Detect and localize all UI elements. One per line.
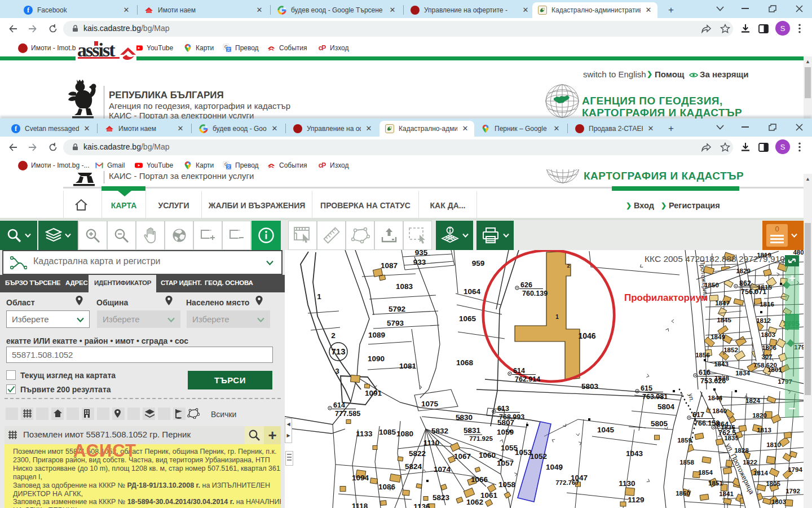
svg-text:1829: 1829 [736, 268, 751, 274]
svg-text:ККС 2005 4720182.888 297279,9: ККС 2005 4720182.888 297279,910 [645, 254, 785, 264]
svg-text:307: 307 [761, 353, 772, 360]
svg-text:1: 1 [555, 314, 559, 320]
svg-text:ул.: ул. [687, 393, 695, 402]
svg-text:1083: 1083 [396, 282, 413, 291]
svg-text:1810: 1810 [766, 441, 781, 448]
svg-text:615: 615 [641, 384, 652, 392]
svg-text:5832: 5832 [431, 427, 448, 435]
svg-text:1091: 1091 [365, 389, 382, 397]
svg-text:713: 713 [331, 347, 345, 356]
svg-text:762.5: 762.5 [718, 429, 736, 437]
svg-text:617: 617 [692, 411, 704, 419]
svg-text:614: 614 [333, 401, 345, 409]
svg-text:1841: 1841 [719, 491, 734, 497]
svg-text:1129: 1129 [628, 496, 644, 504]
svg-text:1851: 1851 [708, 480, 723, 487]
svg-text:933: 933 [413, 258, 426, 266]
svg-text:1805: 1805 [766, 480, 780, 487]
svg-text:5822: 5822 [409, 449, 426, 458]
svg-text:862: 862 [739, 279, 751, 287]
svg-text:1089: 1089 [368, 331, 385, 339]
svg-text:1060: 1060 [479, 451, 496, 459]
svg-text:753.626: 753.626 [700, 377, 726, 385]
svg-text:768.993: 768.993 [499, 413, 524, 421]
svg-text:1859: 1859 [677, 437, 692, 444]
svg-text:5823: 5823 [433, 493, 450, 502]
svg-text:1852: 1852 [723, 347, 738, 353]
svg-text:864: 864 [717, 421, 729, 428]
svg-text:3: 3 [335, 367, 339, 375]
svg-text:1792: 1792 [785, 488, 800, 494]
svg-text:1834: 1834 [735, 370, 750, 376]
svg-text:1844: 1844 [708, 395, 722, 401]
svg-text:614: 614 [513, 367, 525, 375]
svg-text:935: 935 [415, 250, 428, 257]
svg-text:1080: 1080 [396, 430, 413, 438]
svg-text:1816: 1816 [760, 301, 774, 308]
svg-text:1094: 1094 [352, 474, 369, 482]
svg-text:1057: 1057 [497, 459, 514, 467]
svg-text:2: 2 [331, 331, 336, 340]
svg-text:1824: 1824 [745, 397, 760, 404]
svg-text:1046: 1046 [578, 331, 595, 340]
svg-text:1075: 1075 [421, 400, 439, 408]
svg-text:1856: 1856 [695, 352, 710, 358]
svg-text:1059: 1059 [497, 428, 514, 436]
svg-text:762.914: 762.914 [515, 375, 540, 383]
svg-text:756.071: 756.071 [741, 288, 766, 296]
svg-text:1081: 1081 [399, 362, 417, 370]
svg-text:959: 959 [472, 259, 485, 268]
svg-text:613: 613 [497, 405, 509, 413]
svg-text:1110: 1110 [423, 439, 440, 447]
svg-text:1064: 1064 [464, 287, 481, 296]
svg-text:1803: 1803 [761, 331, 775, 338]
svg-text:777.585: 777.585 [335, 410, 360, 418]
svg-text:1053: 1053 [515, 448, 532, 457]
svg-text:1118: 1118 [352, 502, 368, 508]
svg-text:5792: 5792 [389, 305, 405, 313]
svg-text:766.158: 766.158 [694, 419, 720, 427]
svg-text:5830: 5830 [456, 413, 473, 422]
svg-text:1136: 1136 [413, 502, 430, 508]
svg-text:1806: 1806 [762, 344, 776, 351]
svg-text:2: 2 [567, 263, 570, 269]
svg-text:1087: 1087 [381, 261, 398, 270]
svg-text:1090: 1090 [368, 354, 385, 363]
svg-text:1086: 1086 [378, 483, 396, 491]
svg-text:1803: 1803 [771, 498, 786, 505]
svg-text:5831: 5831 [464, 426, 481, 435]
svg-text:1066: 1066 [471, 475, 488, 484]
svg-text:5804: 5804 [657, 402, 675, 411]
svg-text:772.767: 772.767 [555, 479, 579, 486]
svg-text:1: 1 [317, 292, 321, 301]
svg-text:1854: 1854 [698, 469, 713, 476]
svg-text:1812: 1812 [756, 317, 771, 324]
svg-text:1845: 1845 [717, 317, 731, 323]
svg-text:5793: 5793 [387, 319, 404, 327]
svg-text:616: 616 [699, 369, 710, 376]
svg-text:1843: 1843 [714, 361, 729, 367]
svg-text:1858: 1858 [679, 459, 694, 466]
svg-text:626: 626 [520, 281, 532, 289]
svg-text:文: 文 [227, 164, 231, 169]
svg-text:1068: 1068 [456, 358, 474, 367]
svg-text:1074: 1074 [434, 465, 451, 474]
svg-text:771.925: 771.925 [469, 435, 493, 442]
svg-text:1049: 1049 [546, 463, 563, 471]
svg-text:1840: 1840 [712, 408, 727, 414]
svg-text:1062: 1062 [466, 498, 483, 506]
svg-text:1801: 1801 [767, 366, 782, 373]
svg-text:1052: 1052 [530, 452, 547, 461]
svg-text:1130: 1130 [619, 479, 635, 488]
svg-text:1822: 1822 [743, 459, 757, 466]
svg-text:1820: 1820 [752, 412, 767, 419]
svg-text:1860: 1860 [676, 490, 690, 497]
svg-text:5824: 5824 [405, 462, 422, 471]
svg-text:5805: 5805 [651, 419, 668, 428]
svg-text:1043: 1043 [626, 449, 643, 458]
svg-text:760.139: 760.139 [522, 290, 548, 297]
svg-text:1813: 1813 [757, 427, 771, 433]
svg-text:1058: 1058 [498, 480, 516, 489]
svg-text:1133: 1133 [356, 430, 373, 438]
svg-text:1849: 1849 [710, 334, 725, 340]
